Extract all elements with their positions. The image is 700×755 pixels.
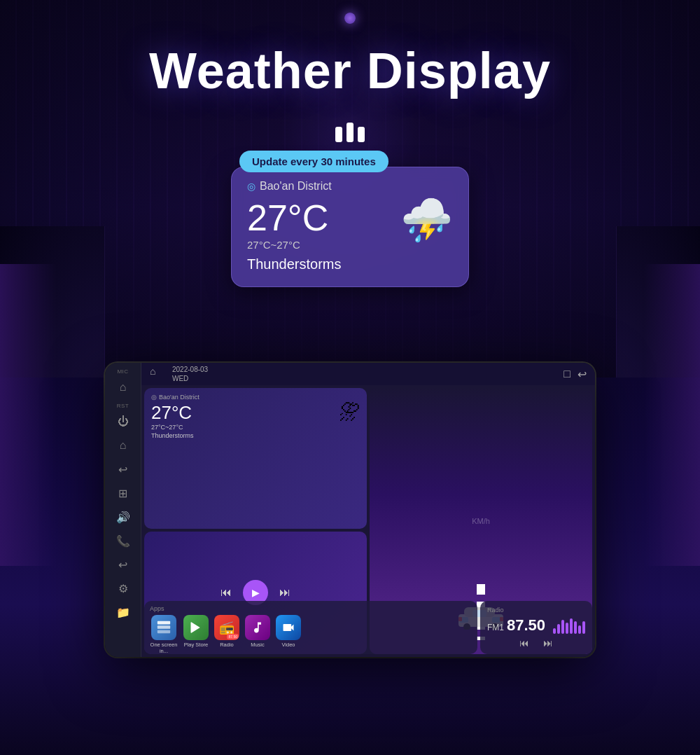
weather-card-big: ◎ Bao'an District 27°C 27°C~27°C Thunder… — [231, 167, 469, 287]
temperature: 27°C — [247, 200, 342, 236]
sidebar-back-icon[interactable]: ↩ — [112, 458, 134, 480]
sidebar-phone-icon[interactable]: 📞 — [112, 529, 134, 552]
music-prev-icon[interactable]: ⏮ — [220, 586, 232, 599]
svg-rect-11 — [158, 630, 170, 634]
apps-label: Apps — [150, 605, 472, 612]
left-strip — [0, 264, 56, 566]
radio-eq-bars — [553, 617, 585, 634]
weather-main: 27°C 27°C~27°C Thunderstorms ⛈️ — [247, 200, 453, 272]
weather-info: 27°C 27°C~27°C Thunderstorms — [247, 200, 342, 272]
svg-rect-9 — [158, 621, 170, 625]
topbar-window-icon[interactable]: □ — [564, 368, 570, 380]
ceiling-camera-dot — [344, 13, 356, 24]
date-text: 2022-08-03 — [172, 365, 208, 374]
radio-info: FM1 87.50 — [487, 616, 585, 635]
topbar-left: ⌂ 2022-08-03 WED — [150, 365, 208, 383]
app-radio[interactable]: 📻 87.50 Radio — [214, 615, 239, 648]
mic-label: MIC — [117, 368, 128, 375]
head-unit: MIC ⌂ RST ⏻ ⌂ ↩ ⊞ 🔊 📞 ↩ ⚙ 📁 ⌂ 2022-08-03… — [105, 363, 595, 657]
sidebar-nav-icon[interactable]: ⌂ — [112, 434, 134, 457]
sidebar-return-icon[interactable]: ↩ — [112, 553, 134, 576]
rst-label: RST — [117, 403, 130, 409]
page-title: Weather Display — [0, 42, 700, 99]
day-text: WED — [172, 374, 208, 383]
radio-frequency: FM1 87.50 — [487, 616, 545, 635]
app-music-label: Music — [251, 642, 265, 648]
sidebar-folder-icon[interactable]: 📁 — [112, 601, 134, 623]
small-location-text: Bao'an District — [159, 394, 200, 401]
radio-app-icon: 📻 87.50 — [214, 615, 239, 640]
radio-frequency-value: 87.50 — [507, 616, 545, 635]
radio-fm-label: FM1 — [487, 623, 504, 632]
topbar-home-icon[interactable]: ⌂ — [150, 366, 167, 382]
video-app-icon — [276, 615, 301, 640]
small-range: 27°C~27°C — [151, 424, 360, 431]
small-weather-location: ◎ Bao'an District — [151, 394, 360, 401]
deco-bars — [335, 123, 365, 142]
sidebar-power-icon[interactable]: ⏻ — [112, 410, 134, 433]
app-music[interactable]: Music — [245, 615, 270, 648]
right-strip — [644, 264, 700, 566]
topbar-back-icon[interactable]: ↩ — [578, 368, 587, 381]
radio-controls: ⏮ ⏭ — [487, 637, 585, 649]
topbar-right: □ ↩ — [564, 368, 587, 381]
temp-range: 27°C~27°C — [247, 239, 342, 251]
weather-location: ◎ Bao'an District — [247, 180, 453, 193]
svg-rect-10 — [158, 625, 170, 629]
app-play-store[interactable]: Play Store — [183, 615, 209, 648]
deco-bar-1 — [335, 127, 342, 142]
weather-icon: ⛈️ — [400, 200, 453, 242]
bottom-row: Apps One screen in... — [144, 601, 592, 654]
one-screen-icon — [151, 615, 176, 640]
app-video-label: Video — [281, 642, 295, 648]
small-weather-icon: ⛈ — [339, 401, 360, 424]
radio-prev-button[interactable]: ⏮ — [519, 637, 529, 649]
sidebar-settings-icon[interactable]: ⚙ — [112, 577, 134, 600]
sidebar: MIC ⌂ RST ⏻ ⌂ ↩ ⊞ 🔊 📞 ↩ ⚙ 📁 — [105, 363, 141, 657]
topbar: ⌂ 2022-08-03 WED □ ↩ — [141, 363, 595, 385]
sidebar-apps-icon[interactable]: ⊞ — [112, 482, 134, 504]
radio-next-button[interactable]: ⏭ — [543, 637, 553, 649]
location-icon: ◎ — [247, 181, 255, 192]
datetime-display: 2022-08-03 WED — [172, 365, 208, 383]
small-location-icon: ◎ — [151, 394, 157, 401]
weather-widget-small[interactable]: ◎ Bao'an District 27°C 27°C~27°C Thunder… — [144, 388, 367, 529]
app-one-screen-label: One screen in... — [150, 642, 178, 654]
app-radio-label: Radio — [220, 642, 234, 648]
apps-row: One screen in... Play Store 📻 — [150, 615, 472, 654]
weather-popup: Update every 30 minutes ◎ Bao'an Distric… — [231, 151, 469, 287]
sidebar-home-icon[interactable]: ⌂ — [112, 376, 134, 399]
small-condition: Thunderstorms — [151, 432, 360, 439]
location-text: Bao'an District — [260, 180, 332, 193]
weather-condition: Thunderstorms — [247, 256, 342, 272]
app-one-screen[interactable]: One screen in... — [150, 615, 178, 654]
deco-bar-3 — [358, 127, 365, 142]
app-play-store-label: Play Store — [184, 642, 209, 648]
screen: ⌂ 2022-08-03 WED □ ↩ ◎ Bao'an District 2… — [141, 363, 595, 657]
update-label: Update every 30 minutes — [239, 151, 388, 172]
radio-widget[interactable]: Radio FM1 87.50 — [480, 601, 592, 654]
music-next-icon[interactable]: ⏭ — [279, 586, 290, 599]
play-store-icon — [183, 615, 209, 640]
small-temp: 27°C — [151, 402, 360, 424]
app-video[interactable]: Video — [276, 615, 301, 648]
deco-bar-2 — [346, 123, 354, 142]
sidebar-volume-icon[interactable]: 🔊 — [112, 506, 134, 528]
radio-label: Radio — [487, 607, 585, 614]
music-app-icon — [245, 615, 270, 640]
apps-widget: Apps One screen in... — [144, 601, 477, 654]
speed-label: KM/h — [472, 517, 490, 525]
